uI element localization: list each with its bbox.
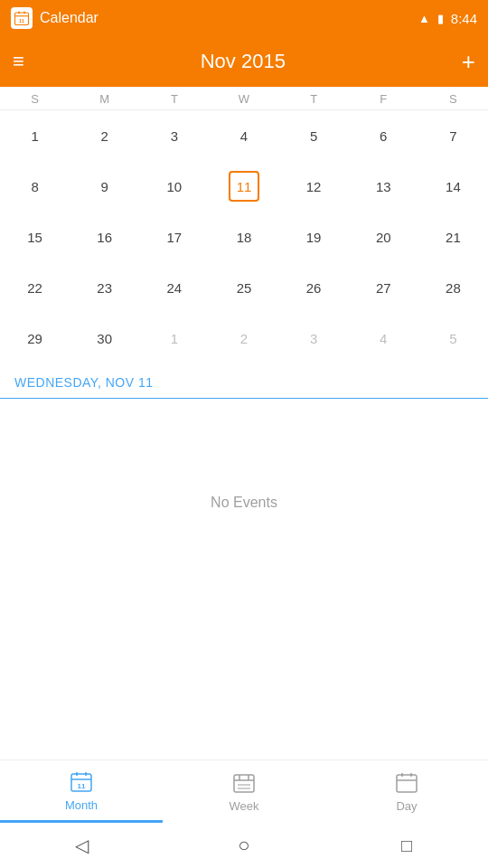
day-number: 14 (437, 171, 468, 202)
calendar-grid: 1234567891011121314151617181920212223242… (0, 110, 488, 363)
day-number: 5 (437, 323, 468, 354)
day-number: 20 (368, 222, 399, 252)
day-number: 4 (229, 120, 259, 151)
day-tab[interactable]: Day (325, 760, 488, 823)
calendar-day-cell[interactable]: 16 (70, 212, 139, 262)
day-number: 5 (298, 120, 329, 151)
day-number: 9 (89, 171, 120, 202)
calendar-day-cell[interactable]: 3 (139, 110, 209, 161)
week-tab[interactable]: Week (163, 760, 325, 823)
day-number: 30 (89, 323, 120, 354)
calendar-month-icon: 11 (69, 769, 94, 795)
day-number: 15 (20, 222, 51, 252)
svg-rect-18 (401, 773, 403, 777)
calendar-day-cell[interactable]: 22 (0, 262, 70, 313)
calendar-day-cell[interactable]: 24 (139, 262, 209, 313)
day-number: 16 (89, 222, 120, 252)
calendar-day-cell[interactable]: 4 (209, 110, 278, 161)
calendar-day-cell[interactable]: 20 (349, 212, 418, 262)
day-number: 24 (159, 272, 190, 303)
day-number: 17 (159, 222, 190, 252)
day-number: 6 (368, 120, 399, 151)
svg-rect-16 (397, 775, 417, 792)
svg-rect-2 (23, 12, 25, 14)
calendar-day-cell[interactable]: 15 (0, 212, 70, 262)
no-events-text: No Events (211, 495, 277, 511)
svg-rect-7 (76, 772, 78, 776)
calendar-day-cell[interactable]: 23 (70, 262, 139, 313)
week-tab-label: Week (230, 799, 259, 813)
day-number: 7 (437, 120, 468, 151)
svg-rect-19 (410, 773, 412, 777)
add-event-button[interactable]: + (462, 50, 475, 73)
calendar-day-cell[interactable]: 25 (209, 262, 278, 313)
day-tab-label: Day (396, 799, 417, 813)
calendar-day-cell[interactable]: 2 (70, 110, 139, 161)
calendar-day-cell[interactable]: 11 (209, 161, 278, 212)
day-number: 18 (229, 222, 259, 252)
calendar-day-cell[interactable]: 29 (0, 313, 70, 363)
selected-date-label: WEDNESDAY, NOV 11 (0, 363, 488, 399)
toolbar: ≡ Nov 2015 + (0, 36, 488, 87)
calendar-day-cell[interactable]: 4 (349, 313, 418, 363)
calendar-day-cell[interactable]: 10 (139, 161, 209, 212)
calendar-day-cell[interactable]: 9 (70, 161, 139, 212)
day-icon (394, 770, 419, 796)
day-number: 10 (159, 171, 190, 202)
calendar-day-cell[interactable]: 14 (418, 161, 488, 212)
recents-button[interactable]: □ (390, 829, 423, 862)
toolbar-title: Nov 2015 (201, 50, 286, 73)
day-header-m: M (70, 92, 139, 106)
day-number: 1 (20, 120, 51, 151)
calendar-day-cell[interactable]: 13 (349, 161, 418, 212)
day-number: 8 (20, 171, 51, 202)
day-number: 11 (229, 171, 259, 202)
calendar-day-cell[interactable]: 17 (139, 212, 209, 262)
calendar-day-cell[interactable]: 18 (209, 212, 278, 262)
day-header-w: W (209, 92, 278, 106)
calendar-day-cell[interactable]: 28 (418, 262, 488, 313)
app-icon: 11 (11, 7, 33, 29)
day-header-s: S (418, 92, 488, 106)
day-number: 23 (89, 272, 120, 303)
calendar-day-cell[interactable]: 1 (0, 110, 70, 161)
day-number: 13 (368, 171, 399, 202)
calendar-day-cell[interactable]: 5 (279, 110, 349, 161)
month-tab[interactable]: 11 Month (0, 760, 163, 823)
day-header-t: T (279, 92, 349, 106)
calendar-day-cell[interactable]: 21 (418, 212, 488, 262)
day-number: 2 (229, 323, 259, 354)
time-display: 8:44 (451, 11, 477, 26)
day-number: 29 (20, 323, 51, 354)
home-button[interactable]: ○ (228, 829, 260, 862)
week-icon (231, 770, 257, 796)
calendar-day-cell[interactable]: 2 (209, 313, 278, 363)
calendar-day-cell[interactable]: 30 (70, 313, 139, 363)
calendar-day-cell[interactable]: 12 (279, 161, 349, 212)
day-header-f: F (349, 92, 418, 106)
calendar-day-cell[interactable]: 5 (418, 313, 488, 363)
calendar-day-cell[interactable]: 8 (0, 161, 70, 212)
calendar-day-cell[interactable]: 6 (349, 110, 418, 161)
signal-icon: ▲ (418, 12, 430, 25)
bottom-navigation: 11 Month Week Day (0, 760, 488, 823)
calendar-day-cell[interactable]: 27 (349, 262, 418, 313)
day-number: 12 (298, 171, 329, 202)
calendar-day-cell[interactable]: 3 (279, 313, 349, 363)
day-number: 4 (368, 323, 399, 354)
calendar-day-cell[interactable]: 7 (418, 110, 488, 161)
menu-icon[interactable]: ≡ (13, 52, 24, 71)
back-button[interactable]: ◁ (65, 829, 98, 862)
status-bar-left: 11 Calendar (11, 7, 99, 29)
status-bar: 11 Calendar ▲ ▮ 8:44 (0, 0, 488, 36)
calendar-day-headers: SMTWTFS (0, 87, 488, 110)
day-number: 28 (437, 272, 468, 303)
svg-text:11: 11 (19, 18, 24, 24)
day-header-s: S (0, 92, 70, 106)
calendar-day-cell[interactable]: 26 (279, 262, 349, 313)
calendar-day-cell[interactable]: 19 (279, 212, 349, 262)
svg-text:11: 11 (78, 782, 86, 790)
no-events-area: No Events (0, 399, 488, 607)
calendar-day-cell[interactable]: 1 (139, 313, 209, 363)
day-number: 26 (298, 272, 329, 303)
